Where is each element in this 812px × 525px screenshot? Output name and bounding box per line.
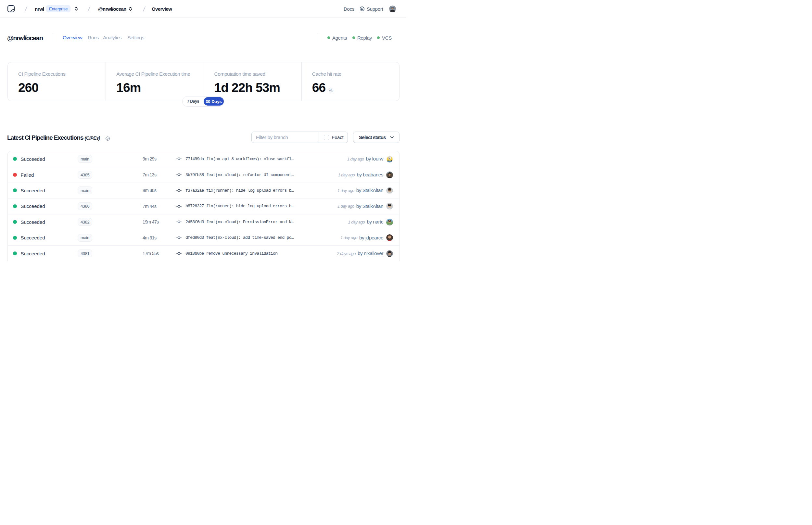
svg-text:?: ? (107, 137, 108, 140)
